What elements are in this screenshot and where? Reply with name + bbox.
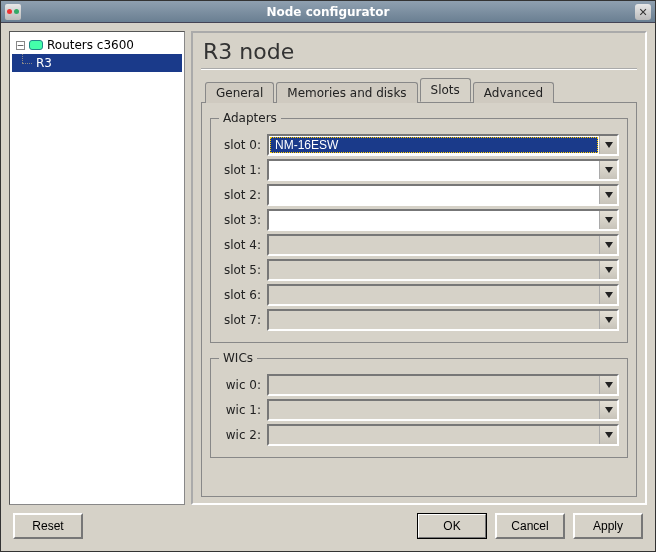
slot-row-5: slot 5: — [219, 259, 619, 281]
content-area: − Routers c3600 R3 R3 node General Memor… — [1, 23, 655, 513]
titlebar[interactable]: Node configurator ✕ — [1, 1, 655, 23]
reset-button[interactable]: Reset — [13, 513, 83, 539]
wic-label-0: wic 0: — [219, 378, 267, 392]
tree-label-r3: R3 — [36, 56, 52, 70]
chevron-down-icon[interactable] — [599, 401, 617, 419]
slot-input-3[interactable] — [269, 211, 599, 229]
slot-combo-2[interactable] — [267, 184, 619, 206]
divider — [201, 68, 637, 70]
tree-label-routers: Routers c3600 — [47, 38, 134, 52]
slot-combo-4[interactable] — [267, 234, 619, 256]
chevron-down-icon[interactable] — [599, 376, 617, 394]
slot-label-7: slot 7: — [219, 313, 267, 327]
slot-combo-1[interactable] — [267, 159, 619, 181]
node-tree[interactable]: − Routers c3600 R3 — [9, 31, 185, 505]
slot-label-1: slot 1: — [219, 163, 267, 177]
slot-input-4[interactable] — [269, 236, 599, 254]
wic-row-1: wic 1: — [219, 399, 619, 421]
slot-row-7: slot 7: — [219, 309, 619, 331]
slot-combo-5[interactable] — [267, 259, 619, 281]
slot-row-4: slot 4: — [219, 234, 619, 256]
detail-panel: R3 node General Memories and disks Slots… — [191, 31, 647, 505]
router-icon — [29, 40, 43, 50]
slot-row-2: slot 2: — [219, 184, 619, 206]
chevron-down-icon[interactable] — [599, 161, 617, 179]
apply-button[interactable]: Apply — [573, 513, 643, 539]
wic-input-2[interactable] — [269, 426, 599, 444]
slot-row-3: slot 3: — [219, 209, 619, 231]
adapters-group: Adapters slot 0:slot 1:slot 2:slot 3:slo… — [210, 111, 628, 343]
node-configurator-window: Node configurator ✕ − Routers c3600 R3 R… — [0, 0, 656, 552]
slot-input-5[interactable] — [269, 261, 599, 279]
slot-row-6: slot 6: — [219, 284, 619, 306]
slot-row-0: slot 0: — [219, 134, 619, 156]
slot-combo-6[interactable] — [267, 284, 619, 306]
tree-item-routers[interactable]: − Routers c3600 — [12, 36, 182, 54]
slot-label-3: slot 3: — [219, 213, 267, 227]
tab-memories[interactable]: Memories and disks — [276, 82, 417, 103]
wics-group: WICs wic 0:wic 1:wic 2: — [210, 351, 628, 458]
close-icon[interactable]: ✕ — [635, 4, 651, 20]
wic-label-1: wic 1: — [219, 403, 267, 417]
slot-combo-3[interactable] — [267, 209, 619, 231]
slot-label-0: slot 0: — [219, 138, 267, 152]
tab-general[interactable]: General — [205, 82, 274, 103]
tab-content-slots: Adapters slot 0:slot 1:slot 2:slot 3:slo… — [201, 102, 637, 497]
slot-label-2: slot 2: — [219, 188, 267, 202]
app-icon — [5, 4, 21, 20]
wic-input-0[interactable] — [269, 376, 599, 394]
chevron-down-icon[interactable] — [599, 211, 617, 229]
chevron-down-icon[interactable] — [599, 136, 617, 154]
slot-input-0[interactable] — [270, 137, 598, 153]
slot-input-1[interactable] — [269, 161, 599, 179]
slot-label-6: slot 6: — [219, 288, 267, 302]
tab-advanced[interactable]: Advanced — [473, 82, 554, 103]
wic-combo-1[interactable] — [267, 399, 619, 421]
cancel-button[interactable]: Cancel — [495, 513, 565, 539]
slot-input-6[interactable] — [269, 286, 599, 304]
wic-combo-0[interactable] — [267, 374, 619, 396]
wic-row-0: wic 0: — [219, 374, 619, 396]
wic-label-2: wic 2: — [219, 428, 267, 442]
adapters-legend: Adapters — [219, 111, 281, 125]
wic-row-2: wic 2: — [219, 424, 619, 446]
tab-slots[interactable]: Slots — [420, 78, 471, 102]
page-title: R3 node — [201, 39, 637, 68]
wic-combo-2[interactable] — [267, 424, 619, 446]
slot-input-2[interactable] — [269, 186, 599, 204]
wic-input-1[interactable] — [269, 401, 599, 419]
chevron-down-icon[interactable] — [599, 186, 617, 204]
window-title: Node configurator — [266, 5, 389, 19]
button-bar: Reset OK Cancel Apply — [1, 513, 655, 551]
ok-button[interactable]: OK — [417, 513, 487, 539]
chevron-down-icon[interactable] — [599, 311, 617, 329]
slot-input-7[interactable] — [269, 311, 599, 329]
chevron-down-icon[interactable] — [599, 426, 617, 444]
slot-label-4: slot 4: — [219, 238, 267, 252]
slot-combo-7[interactable] — [267, 309, 619, 331]
slot-row-1: slot 1: — [219, 159, 619, 181]
collapse-icon[interactable]: − — [16, 41, 25, 50]
slot-label-5: slot 5: — [219, 263, 267, 277]
tree-item-r3[interactable]: R3 — [12, 54, 182, 72]
chevron-down-icon[interactable] — [599, 286, 617, 304]
wics-legend: WICs — [219, 351, 257, 365]
chevron-down-icon[interactable] — [599, 236, 617, 254]
chevron-down-icon[interactable] — [599, 261, 617, 279]
slot-combo-0[interactable] — [267, 134, 619, 156]
tab-bar: General Memories and disks Slots Advance… — [201, 78, 637, 102]
